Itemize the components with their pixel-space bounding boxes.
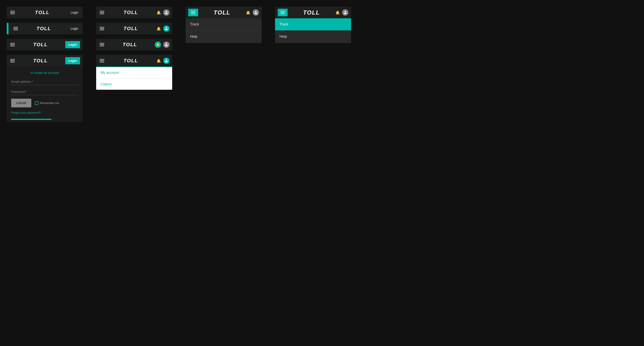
hamburger-icon[interactable] (10, 58, 16, 63)
toll-logo: TOLL (122, 42, 137, 47)
user-avatar[interactable] (163, 9, 170, 16)
bell-icon-teal[interactable]: 🔔 (155, 41, 161, 48)
nav-item-track-active[interactable]: Track (275, 18, 351, 31)
nav-item-help[interactable]: Help (275, 31, 351, 43)
nav-right: 🔔 (156, 9, 170, 16)
login-button[interactable]: Login (69, 10, 80, 15)
nav-right: Login (69, 10, 80, 15)
navbar-2: TOLL Login (7, 23, 83, 34)
bell-icon[interactable]: 🔔 (336, 10, 340, 15)
navbar-2-2: TOLL 🔔 (96, 23, 172, 34)
user-dropdown-menu: My account Logout (96, 66, 172, 90)
toll-logo: TOLL (124, 26, 138, 31)
login-button[interactable]: Login (65, 41, 80, 48)
user-avatar[interactable] (163, 58, 170, 64)
hamburger-icon-teal[interactable] (188, 9, 198, 16)
card-2-1: TOLL 🔔 (96, 7, 172, 18)
navbar-2-1: TOLL 🔔 (96, 7, 172, 18)
bell-icon[interactable]: 🔔 (156, 26, 161, 31)
navbar-4: TOLL Login (7, 55, 83, 66)
toll-logo: TOLL (35, 9, 50, 15)
hamburger-icon-teal[interactable] (278, 9, 288, 16)
bell-icon[interactable]: 🔔 (156, 10, 161, 15)
hamburger-icon[interactable] (99, 26, 105, 31)
toll-logo: TOLL (214, 9, 230, 16)
nav-right: Login (69, 26, 80, 31)
nav-item-help[interactable]: Help (186, 31, 262, 43)
form-actions: LOGIN Remember me (11, 99, 78, 107)
nav-right: 🔔 (156, 58, 170, 64)
dropdown-logout[interactable]: Logout (96, 79, 172, 90)
card-1-2: TOLL Login (7, 23, 83, 34)
toll-logo: TOLL (33, 42, 48, 47)
card-2-3: TOLL 🔔 (96, 39, 172, 50)
login-submit-button[interactable]: LOGIN (11, 99, 31, 107)
nav-right: 🔔 (246, 9, 259, 16)
toll-logo: TOLL (36, 26, 51, 31)
nav-right: 🔔 (155, 41, 170, 48)
navbar-2-3: TOLL 🔔 (96, 39, 172, 50)
forgot-password-link[interactable]: Forgot your password? (11, 111, 78, 114)
navbar-3-1: TOLL 🔔 (186, 7, 262, 18)
password-input[interactable] (11, 89, 78, 95)
nav-panel-3: Track Help (186, 18, 262, 43)
nav-panel-4: Track Help (275, 18, 351, 43)
remember-me: Remember me (35, 101, 59, 105)
password-group (11, 89, 78, 95)
bell-icon[interactable]: 🔔 (156, 59, 161, 63)
email-group (11, 79, 78, 85)
navbar-1: TOLL Login (7, 7, 83, 18)
navbar-3: TOLL Login (7, 39, 83, 50)
remember-me-checkbox[interactable] (35, 101, 38, 105)
hamburger-icon[interactable] (99, 42, 105, 47)
email-input[interactable] (11, 79, 78, 85)
nav-right: Login (65, 57, 80, 64)
toll-logo: TOLL (33, 58, 48, 64)
navbar-2-4: TOLL 🔔 (96, 55, 172, 66)
user-caret-icon (166, 66, 169, 68)
login-form-area: or create an account LOGIN Remember me F… (7, 66, 83, 122)
hamburger-icon[interactable] (12, 26, 19, 31)
hamburger-icon[interactable] (99, 58, 105, 63)
card-1-3: TOLL Login (7, 39, 83, 50)
nav-right: 🔔 (156, 25, 170, 32)
card-2-4: TOLL 🔔 My account Logout (96, 55, 172, 90)
user-avatar[interactable] (163, 41, 170, 48)
toll-logo: TOLL (124, 58, 138, 64)
hamburger-icon[interactable] (10, 10, 16, 15)
login-button[interactable]: Login (65, 57, 80, 64)
navbar-4-1: TOLL 🔔 (275, 7, 351, 18)
bottom-progress-bar (11, 119, 78, 120)
card-3-1: TOLL 🔔 Track Help (186, 7, 262, 43)
nav-right: 🔔 (336, 9, 348, 16)
hamburger-icon[interactable] (10, 42, 16, 47)
card-2-2: TOLL 🔔 (96, 23, 172, 34)
nav-right: Login (65, 41, 80, 48)
bell-icon[interactable]: 🔔 (246, 10, 250, 15)
hamburger-icon[interactable] (99, 10, 105, 15)
remember-me-label: Remember me (40, 101, 59, 105)
card-4-1: TOLL 🔔 Track Help (275, 7, 351, 43)
user-avatar[interactable] (163, 25, 170, 32)
login-button[interactable]: Login (69, 26, 80, 31)
or-create-link[interactable]: or create an account (11, 71, 78, 75)
dropdown-my-account[interactable]: My account (96, 67, 172, 79)
toll-logo: TOLL (124, 9, 138, 15)
card-1-1: TOLL Login (7, 7, 83, 18)
card-1-4: TOLL Login or create an account LOGIN (7, 55, 83, 122)
toll-logo: TOLL (303, 9, 320, 16)
teal-accent-bar (7, 23, 8, 34)
nav-item-track[interactable]: Track (186, 18, 262, 31)
user-avatar[interactable] (253, 9, 259, 16)
user-avatar[interactable] (342, 9, 348, 16)
